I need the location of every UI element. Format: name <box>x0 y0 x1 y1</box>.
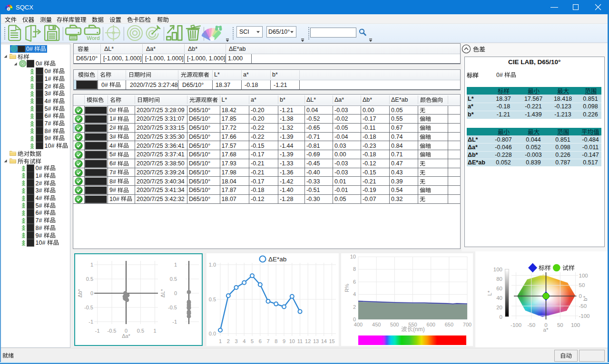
svg-text:8: 8 <box>353 266 356 272</box>
svg-text:11: 11 <box>297 338 303 344</box>
svg-text:100: 100 <box>493 267 502 272</box>
svg-text:650: 650 <box>445 322 453 327</box>
svg-text:100: 100 <box>579 273 588 278</box>
svg-text:Δa*: Δa* <box>122 333 130 339</box>
svg-text:50: 50 <box>579 282 585 288</box>
svg-text:ΔE*ab: ΔE*ab <box>268 256 286 263</box>
svg-text:20: 20 <box>496 305 502 310</box>
svg-text:1: 1 <box>219 338 222 344</box>
svg-text:7: 7 <box>266 338 269 344</box>
svg-text:1: 1 <box>153 328 156 334</box>
svg-text:4: 4 <box>243 338 246 344</box>
svg-text:Word: Word <box>87 35 99 41</box>
svg-text:12: 12 <box>305 338 311 344</box>
svg-text:(nm): (nm) <box>413 326 425 333</box>
svg-text:-1: -1 <box>172 319 177 325</box>
svg-text:2: 2 <box>227 338 230 344</box>
svg-text:0: 0 <box>90 290 93 296</box>
svg-text:2: 2 <box>353 304 356 310</box>
svg-text:450: 450 <box>372 322 381 327</box>
svg-text:-100: -100 <box>579 313 590 319</box>
svg-text:R%: R% <box>344 284 350 292</box>
svg-text:0.5: 0.5 <box>170 276 177 282</box>
svg-text:-100: -100 <box>511 322 521 328</box>
svg-text:0.5: 0.5 <box>137 328 144 334</box>
svg-text:0.0: 0.0 <box>209 331 216 336</box>
svg-text:15: 15 <box>329 338 334 344</box>
svg-text:a*: a* <box>543 327 549 333</box>
svg-text:-50: -50 <box>579 303 587 309</box>
svg-text:1: 1 <box>174 262 177 268</box>
svg-text:80: 80 <box>496 276 502 282</box>
svg-text:0.5: 0.5 <box>209 297 216 302</box>
svg-text:8: 8 <box>275 338 277 344</box>
svg-text:0: 0 <box>174 290 177 296</box>
svg-text:10: 10 <box>289 338 295 344</box>
svg-text:Δb*: Δb* <box>77 288 83 297</box>
svg-text:600: 600 <box>427 322 435 327</box>
svg-text:L*: L* <box>487 290 492 296</box>
svg-text:1.0: 1.0 <box>209 262 216 268</box>
svg-text:-50: -50 <box>527 322 535 328</box>
svg-text:0.5: 0.5 <box>86 276 93 282</box>
svg-text:-0.5: -0.5 <box>108 328 117 334</box>
svg-text:-0.5: -0.5 <box>84 305 93 310</box>
svg-text:500: 500 <box>390 322 399 327</box>
svg-text:9: 9 <box>283 338 285 344</box>
svg-text:-0.5: -0.5 <box>168 305 177 310</box>
svg-text:14: 14 <box>321 338 327 344</box>
svg-text:50: 50 <box>557 322 563 328</box>
svg-text:10: 10 <box>350 254 356 259</box>
svg-text:3: 3 <box>235 338 237 344</box>
svg-text:-1: -1 <box>88 319 93 325</box>
svg-text:700: 700 <box>463 322 471 327</box>
svg-text:0: 0 <box>579 293 582 299</box>
svg-text:6: 6 <box>259 338 262 344</box>
svg-text:1: 1 <box>90 262 93 268</box>
svg-text:13: 13 <box>313 338 319 344</box>
svg-text:100: 100 <box>571 322 580 328</box>
svg-text:400: 400 <box>354 322 363 327</box>
svg-text:40: 40 <box>496 295 502 301</box>
svg-text:4: 4 <box>353 291 356 297</box>
svg-text:0: 0 <box>500 314 502 320</box>
svg-text:-1: -1 <box>95 328 100 334</box>
svg-text:ΔL*: ΔL* <box>160 288 166 297</box>
svg-text:b*: b* <box>582 296 588 301</box>
svg-text:60: 60 <box>496 286 502 291</box>
svg-text:5: 5 <box>251 338 254 344</box>
svg-text:6: 6 <box>353 279 356 285</box>
